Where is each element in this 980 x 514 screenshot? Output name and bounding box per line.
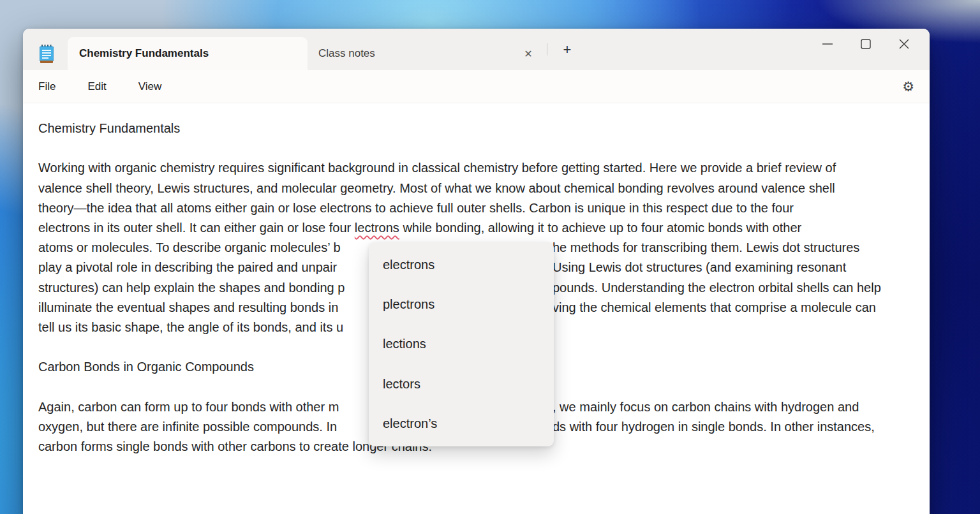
window-controls: [808, 33, 923, 55]
close-icon: [898, 38, 910, 50]
close-icon[interactable]: ✕: [519, 45, 537, 62]
tab-chemistry-fundamentals[interactable]: Chemistry Fundamentals: [68, 37, 308, 70]
tab-separator: [547, 43, 547, 55]
document-line: Chemistry Fundamentals: [38, 119, 928, 138]
document-line: valence shell theory, Lewis structures, …: [38, 179, 928, 198]
minimize-button[interactable]: [808, 33, 847, 55]
document-line: theory—the idea that all atoms either ga…: [38, 198, 928, 218]
spell-suggestion-item[interactable]: electron’s: [369, 404, 554, 444]
close-button[interactable]: [885, 33, 923, 55]
tab-title: Class notes: [308, 47, 375, 60]
menu-file[interactable]: File: [38, 80, 56, 93]
document-line: electrons in its outer shell. It can eit…: [38, 218, 928, 238]
document-line: Working with organic chemistry requires …: [38, 158, 928, 178]
misspelled-word: lectrons: [355, 221, 399, 235]
maximize-button[interactable]: [847, 33, 885, 55]
spell-suggestion-item[interactable]: lections: [369, 325, 554, 364]
minimize-icon: [822, 38, 833, 50]
gear-icon[interactable]: ⚙: [902, 79, 914, 94]
spell-suggestions-menu: electronsplectronslectionslectorselectro…: [369, 242, 554, 446]
menu-edit[interactable]: Edit: [87, 80, 106, 93]
spell-suggestion-item[interactable]: lectors: [369, 364, 554, 404]
spell-suggestion-item[interactable]: electrons: [369, 245, 554, 284]
document-line: [38, 138, 928, 158]
title-bar[interactable]: Chemistry Fundamentals Class notes ✕ +: [23, 29, 930, 70]
spell-suggestion-item[interactable]: plectrons: [369, 284, 554, 324]
notepad-icon: [40, 45, 54, 64]
tab-class-notes[interactable]: Class notes ✕: [308, 37, 551, 70]
maximize-icon: [860, 38, 872, 50]
menu-bar: FileEditView⚙: [23, 70, 930, 103]
menu-view[interactable]: View: [138, 80, 162, 93]
new-tab-button[interactable]: +: [553, 41, 582, 59]
tab-title: Chemistry Fundamentals: [79, 47, 209, 60]
